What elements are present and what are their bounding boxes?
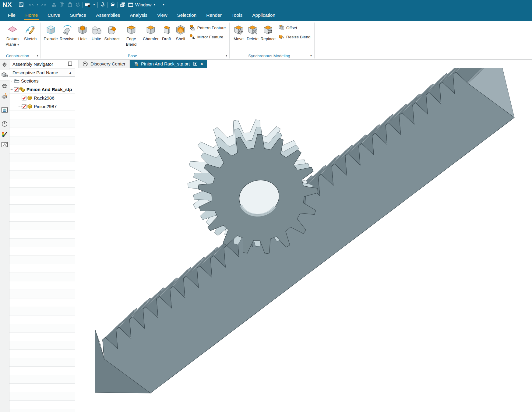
cascade-windows-icon[interactable]	[119, 0, 127, 9]
menu-tools[interactable]: Tools	[227, 9, 247, 21]
resource-bar-history-icon[interactable]	[0, 119, 9, 129]
node-label[interactable]: Pinion And Rack_stp	[26, 87, 72, 92]
sort-ascending-icon[interactable]: ▲	[69, 71, 72, 74]
small-button-stack: Pattern FeatureMirror Feature	[188, 22, 227, 40]
3d-model-view[interactable]	[75, 68, 532, 412]
tab-pinion-and-rack_stp-prt[interactable]: Pinion And Rack_stp.prt×	[130, 60, 207, 68]
menu-selection[interactable]: Selection	[172, 9, 201, 21]
menu-surface[interactable]: Surface	[65, 9, 91, 21]
revolve-button[interactable]: Revolve	[59, 22, 76, 42]
main-area: Assembly Navigator Descriptive Part Name…	[0, 60, 532, 412]
tree-row-pinion2987[interactable]: Pinion2987	[9, 102, 75, 111]
extrude-button[interactable]: Extrude	[43, 22, 59, 42]
chamfer-button[interactable]: Chamfer	[142, 22, 160, 42]
graphics-viewport[interactable]: Discovery CenterPinion And Rack_stp.prt×	[75, 60, 532, 412]
empty-row	[9, 247, 75, 256]
move-button[interactable]: Move	[231, 22, 245, 42]
node-label[interactable]: Rack2986	[34, 95, 55, 100]
assembly-icon	[19, 87, 25, 92]
dropdown-caret-icon[interactable]: ▼	[161, 3, 166, 6]
resize-blend-button[interactable]: Resize Blend	[278, 33, 311, 40]
dropdown-caret-icon[interactable]: ▼	[17, 44, 19, 46]
part-icon	[27, 95, 32, 100]
edge-blend-button[interactable]: Edge Blend	[121, 22, 142, 47]
resource-bar-web-browser-icon[interactable]	[0, 105, 9, 115]
menu-render[interactable]: Render	[201, 9, 227, 21]
separator	[83, 2, 83, 8]
resource-bar-constraint-navigator-icon[interactable]	[0, 80, 9, 91]
empty-row	[9, 162, 75, 171]
node-label[interactable]: Sections	[21, 78, 39, 83]
delete-button[interactable]: Delete	[245, 22, 259, 42]
group-dialog-caret-icon[interactable]: ▼	[310, 55, 312, 57]
menu-analysis[interactable]: Analysis	[125, 9, 152, 21]
button-label: Extrude	[44, 36, 58, 42]
sketch-icon	[25, 22, 36, 36]
group-dialog-caret-icon[interactable]: ▼	[225, 55, 228, 57]
part-doc-icon	[134, 62, 139, 66]
discovery-icon	[83, 61, 88, 67]
visibility-checkbox[interactable]	[22, 96, 26, 100]
menu-application[interactable]: Application	[247, 9, 280, 21]
dropdown-caret-icon[interactable]: ▼	[35, 3, 40, 6]
tree-row-rack2986[interactable]: Rack2986	[9, 94, 75, 102]
button-label: Resize Blend	[286, 35, 311, 39]
close-icon[interactable]: ×	[200, 62, 203, 66]
microphone-icon[interactable]	[99, 0, 107, 9]
assembly-navigator-panel: Assembly Navigator Descriptive Part Name…	[9, 60, 75, 412]
unite-button[interactable]: Unite	[90, 22, 104, 42]
sketch-button[interactable]: Sketch	[23, 22, 37, 42]
resource-bar-visual-reports-icon[interactable]	[0, 129, 9, 139]
hole-button[interactable]: Hole	[76, 22, 90, 42]
visibility-checkbox[interactable]	[14, 87, 19, 92]
menu-assemblies[interactable]: Assemblies	[91, 9, 125, 21]
button-label: Sketch	[24, 36, 37, 42]
subtract-button[interactable]: Subtract	[104, 22, 121, 42]
tab-discovery-center[interactable]: Discovery Center	[78, 60, 130, 68]
datum-plane-button[interactable]: Datum Plane▼	[2, 22, 23, 47]
empty-row	[9, 179, 75, 188]
empty-row	[9, 290, 75, 298]
command-dialog-icon[interactable]	[84, 0, 92, 9]
group-label: Synchronous Modeling	[230, 54, 308, 58]
menu-view[interactable]: View	[152, 9, 172, 21]
touch-gesture-icon[interactable]	[109, 0, 117, 9]
unite-icon	[91, 22, 102, 36]
tree-row-sections[interactable]: ·Sections	[9, 77, 75, 85]
tree-row-pinion-and-rack_stp[interactable]: −Pinion And Rack_stp	[9, 85, 75, 94]
menu-file[interactable]: File	[3, 9, 20, 21]
empty-row	[9, 281, 75, 290]
resource-bar-template-tools-icon[interactable]	[0, 139, 9, 150]
resource-bar-motion-navigator-icon[interactable]	[0, 91, 9, 101]
draft-button[interactable]: Draft	[160, 22, 174, 42]
empty-row	[9, 264, 75, 273]
group-dialog-caret-icon[interactable]: ▼	[36, 55, 39, 57]
empty-row	[9, 384, 75, 392]
panel-title: Assembly Navigator	[12, 62, 53, 67]
collapse-expander[interactable]: −	[9, 87, 14, 92]
visibility-checkbox[interactable]	[22, 104, 26, 109]
replace-button[interactable]: Replace	[259, 22, 277, 42]
resource-bar-assembly-navigator-icon[interactable]	[0, 70, 10, 80]
float-icon[interactable]	[193, 62, 197, 66]
empty-row	[9, 171, 75, 179]
empty-row	[9, 128, 75, 136]
menu-curve[interactable]: Curve	[43, 9, 65, 21]
empty-row	[9, 136, 75, 145]
panel-window-icon[interactable]	[68, 62, 72, 67]
node-label[interactable]: Pinion2987	[34, 104, 57, 109]
dropdown-caret-icon[interactable]: ▼	[152, 3, 157, 6]
pattern-feature-button[interactable]: Pattern Feature	[189, 24, 226, 31]
menu-home[interactable]: Home	[20, 9, 43, 21]
mirror-feature-button[interactable]: Mirror Feature	[189, 33, 226, 40]
folder-icon	[14, 79, 19, 83]
offset-button[interactable]: Offset	[278, 24, 311, 31]
dropdown-caret-icon[interactable]: ▼	[92, 3, 97, 6]
window-icon[interactable]	[127, 0, 135, 9]
save-icon[interactable]	[17, 0, 25, 9]
empty-row	[9, 401, 75, 409]
resource-bar-gear-icon[interactable]	[0, 60, 9, 70]
window-menu[interactable]: Window	[135, 2, 152, 8]
column-header-descriptive-part-name[interactable]: Descriptive Part Name ▲	[9, 68, 75, 77]
shell-button[interactable]: Shell	[174, 22, 188, 42]
